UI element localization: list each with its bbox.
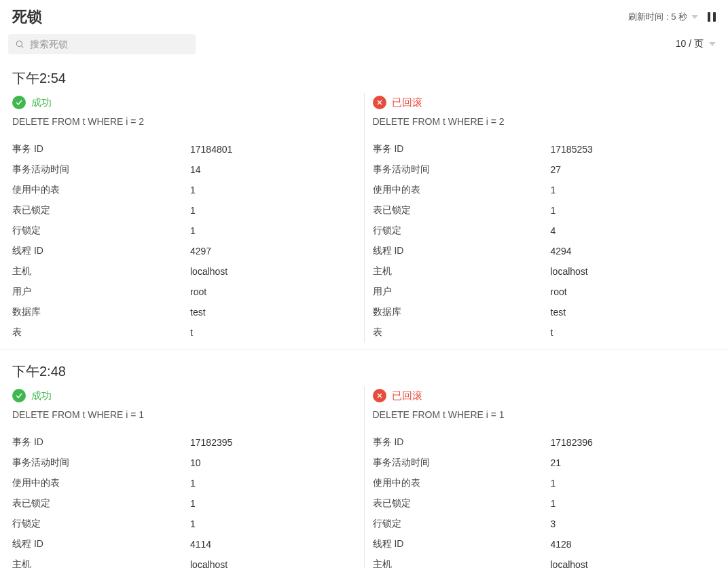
success-icon [12, 96, 26, 109]
status-label: 已回滚 [392, 96, 422, 109]
kv-label: 线程 ID [373, 245, 551, 257]
kv-row-rows_locked: 行锁定 1 [12, 221, 356, 241]
kv-label: 行锁定 [373, 225, 551, 237]
kv-label: 表已锁定 [12, 497, 190, 510]
kv-label: 使用中的表 [12, 477, 190, 489]
kv-value: 1 [551, 205, 556, 216]
group-time: 下午2:54 [12, 69, 716, 88]
kv-row-tables_in_use: 使用中的表 1 [373, 473, 716, 493]
kv-value: 10 [190, 457, 201, 468]
kv-row-database: 数据库 test [12, 302, 356, 322]
kv-value: 17184801 [190, 144, 232, 155]
kv-row-table: 表 t [373, 322, 716, 343]
kv-row-txn_active_time: 事务活动时间 27 [373, 159, 716, 180]
kv-label: 使用中的表 [373, 184, 551, 196]
kv-label: 表 [373, 326, 551, 339]
kv-value: 4297 [190, 246, 211, 257]
kv-label: 主机 [12, 558, 190, 568]
kv-row-txn_active_time: 事务活动时间 10 [12, 453, 356, 473]
deadlock-group: 下午2:54 成功 DELETE FROM t WHERE i = 2 事务 I… [0, 57, 728, 349]
kv-label: 主机 [373, 265, 551, 278]
pause-button[interactable] [708, 12, 716, 22]
kv-label: 行锁定 [373, 518, 551, 530]
kv-label: 线程 ID [12, 538, 190, 550]
kv-value: 1 [190, 225, 196, 236]
sql-statement: DELETE FROM t WHERE i = 1 [12, 409, 356, 420]
search-input[interactable] [30, 39, 189, 50]
kv-label: 行锁定 [12, 225, 190, 237]
group-time: 下午2:48 [12, 362, 716, 381]
kv-row-user: 用户 root [12, 282, 356, 302]
kv-row-tables_in_use: 使用中的表 1 [373, 180, 716, 200]
kv-row-txn_id: 事务 ID 17182395 [12, 432, 356, 453]
kv-row-database: 数据库 test [373, 302, 716, 322]
kv-value: localhost [190, 266, 228, 277]
kv-row-tables_in_use: 使用中的表 1 [12, 473, 356, 493]
kv-label: 使用中的表 [12, 184, 190, 196]
status-label: 已回滚 [392, 390, 422, 402]
kv-row-host: 主机 localhost [373, 554, 716, 568]
refresh-interval-dropdown[interactable]: 刷新时间 : 5 秒 [628, 11, 698, 23]
deadlock-side-right: 已回滚 DELETE FROM t WHERE i = 2 事务 ID 1718… [364, 93, 716, 343]
kv-row-host: 主机 localhost [12, 554, 356, 568]
rolled-back-icon [373, 389, 386, 402]
rolled-back-icon [373, 96, 386, 109]
kv-row-thread_id: 线程 ID 4114 [12, 534, 356, 554]
kv-label: 行锁定 [12, 518, 190, 530]
kv-value: 21 [551, 457, 562, 468]
kv-label: 用户 [373, 286, 551, 298]
kv-value: t [551, 327, 553, 338]
kv-value: 1 [190, 498, 196, 509]
kv-label: 事务 ID [373, 143, 551, 155]
kv-row-thread_id: 线程 ID 4297 [12, 241, 356, 261]
kv-value: 4294 [551, 246, 572, 257]
svg-line-1 [22, 46, 24, 48]
kv-label: 表已锁定 [373, 204, 551, 216]
kv-label: 数据库 [12, 306, 190, 318]
kv-row-txn_active_time: 事务活动时间 21 [373, 453, 716, 473]
kv-label: 事务活动时间 [12, 164, 190, 176]
search-box[interactable] [8, 34, 196, 54]
kv-value: 27 [551, 164, 562, 175]
kv-value: 1 [190, 518, 196, 529]
caret-down-icon [709, 42, 716, 46]
refresh-label-text: 刷新时间 : 5 秒 [628, 11, 687, 23]
kv-row-txn_id: 事务 ID 17182396 [373, 432, 716, 453]
kv-label: 线程 ID [373, 538, 551, 550]
kv-label: 事务 ID [12, 143, 190, 155]
kv-value: root [190, 286, 206, 297]
kv-value: 4128 [551, 539, 572, 550]
kv-value: 1 [190, 205, 196, 216]
kv-label: 使用中的表 [373, 477, 551, 489]
kv-label: 表 [12, 326, 190, 339]
kv-label: 事务 ID [12, 436, 190, 449]
kv-row-thread_id: 线程 ID 4128 [373, 534, 716, 554]
kv-row-thread_id: 线程 ID 4294 [373, 241, 716, 261]
kv-label: 表已锁定 [12, 204, 190, 216]
kv-row-user: 用户 root [373, 282, 716, 302]
sql-statement: DELETE FROM t WHERE i = 2 [12, 116, 356, 127]
caret-down-icon [691, 15, 698, 19]
success-icon [12, 389, 26, 402]
kv-value: root [551, 286, 567, 297]
kv-value: 1 [190, 478, 196, 489]
kv-row-host: 主机 localhost [373, 261, 716, 282]
svg-point-0 [16, 41, 22, 46]
kv-value: test [551, 307, 566, 318]
kv-label: 表已锁定 [373, 497, 551, 510]
status-label: 成功 [31, 390, 52, 402]
kv-label: 事务活动时间 [12, 457, 190, 469]
kv-label: 事务活动时间 [373, 457, 551, 469]
kv-row-txn_id: 事务 ID 17184801 [12, 139, 356, 159]
page-size-dropdown[interactable]: 10 / 页 [676, 38, 716, 50]
kv-value: localhost [551, 266, 588, 277]
sql-statement: DELETE FROM t WHERE i = 2 [373, 116, 716, 127]
deadlock-group: 下午2:48 成功 DELETE FROM t WHERE i = 1 事务 I… [0, 349, 728, 568]
kv-row-txn_id: 事务 ID 17185253 [373, 139, 716, 159]
kv-label: 数据库 [373, 306, 551, 318]
kv-label: 事务活动时间 [373, 164, 551, 176]
kv-row-rows_locked: 行锁定 1 [12, 514, 356, 534]
kv-value: 1 [551, 185, 556, 195]
kv-label: 主机 [373, 558, 551, 568]
search-icon [15, 39, 24, 49]
